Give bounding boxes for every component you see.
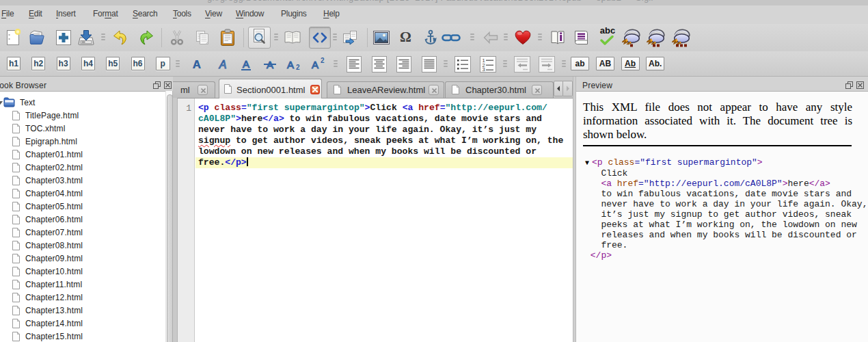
svg-text:3: 3 (483, 66, 485, 73)
